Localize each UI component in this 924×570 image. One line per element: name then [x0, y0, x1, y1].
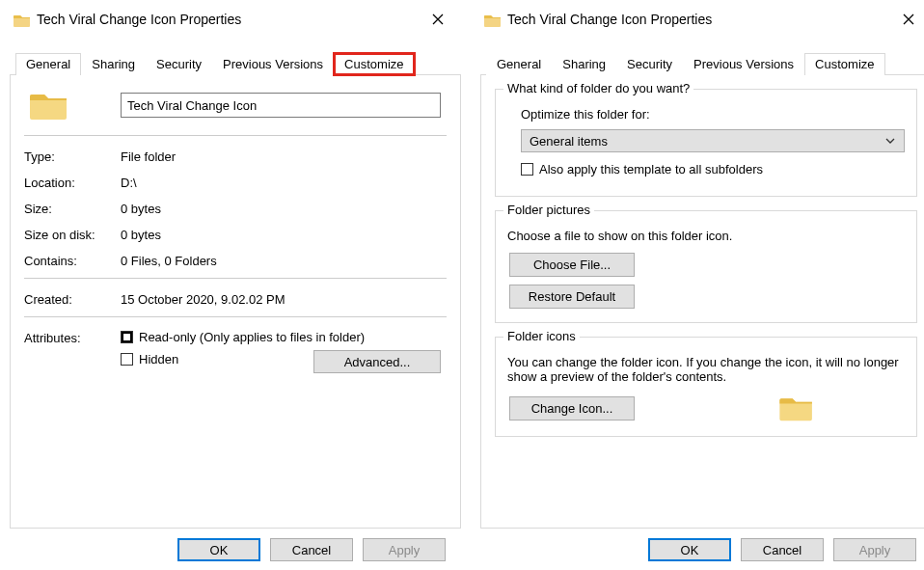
apply-button[interactable]: Apply [833, 538, 916, 561]
tab-customize[interactable]: Customize [804, 53, 884, 75]
label-optimize: Optimize this folder for: [521, 107, 905, 122]
tab-previous-versions[interactable]: Previous Versions [683, 53, 804, 75]
folder-icon [484, 13, 502, 27]
tab-sharing[interactable]: Sharing [81, 53, 146, 75]
legend-folder-type: What kind of folder do you want? [503, 81, 693, 95]
group-folder-icons: Folder icons You can change the folder i… [495, 337, 917, 437]
folder-name-input[interactable] [121, 93, 441, 118]
restore-default-button[interactable]: Restore Default [509, 285, 635, 309]
group-folder-type: What kind of folder do you want? Optimiz… [495, 89, 917, 197]
tab-page-general: Type:File folder Location:D:\ Size:0 byt… [10, 75, 461, 529]
checkbox-icon [121, 353, 133, 366]
folder-preview-icon [779, 394, 814, 422]
checkbox-icon [121, 331, 133, 343]
chevron-down-icon [884, 138, 896, 144]
label-type: Type: [24, 148, 121, 164]
advanced-button[interactable]: Advanced... [313, 350, 441, 373]
window-title: Tech Viral Change Icon Properties [37, 12, 421, 27]
label-location: Location: [24, 174, 121, 190]
tab-general[interactable]: General [15, 53, 81, 75]
titlebar: Tech Viral Change Icon Properties [10, 6, 461, 33]
ok-button[interactable]: OK [648, 538, 731, 561]
readonly-label: Read-only (Only applies to files in fold… [139, 330, 365, 344]
label-size-on-disk: Size on disk: [24, 226, 121, 242]
choose-file-text: Choose a file to show on this folder ico… [507, 229, 905, 243]
legend-folder-pictures: Folder pictures [503, 203, 594, 217]
hidden-label: Hidden [139, 352, 178, 366]
tab-previous-versions[interactable]: Previous Versions [212, 53, 334, 75]
dialog-button-bar: OK Cancel Apply [177, 538, 446, 561]
label-attributes: Attributes: [24, 329, 121, 345]
properties-dialog-right: Tech Viral Change Icon Properties Genera… [480, 6, 924, 567]
properties-dialog-left: Tech Viral Change Icon Properties Genera… [10, 6, 461, 567]
folder-large-icon [30, 89, 68, 122]
tab-page-customize: What kind of folder do you want? Optimiz… [480, 75, 924, 529]
cancel-button[interactable]: Cancel [741, 538, 824, 561]
value-size: 0 bytes [121, 200, 161, 216]
tabstrip: General Sharing Security Previous Versio… [10, 52, 461, 75]
close-icon [432, 14, 444, 25]
window-title: Tech Viral Change Icon Properties [507, 12, 891, 27]
value-contains: 0 Files, 0 Folders [121, 252, 217, 268]
titlebar: Tech Viral Change Icon Properties [480, 6, 924, 33]
tab-customize[interactable]: Customize [334, 53, 414, 75]
value-size-on-disk: 0 bytes [121, 226, 161, 242]
readonly-checkbox[interactable]: Read-only (Only applies to files in fold… [121, 330, 365, 344]
optimize-dropdown[interactable]: General items [521, 129, 905, 152]
tab-sharing[interactable]: Sharing [552, 53, 616, 75]
tab-security[interactable]: Security [616, 53, 683, 75]
choose-file-button[interactable]: Choose File... [509, 253, 635, 277]
apply-button[interactable]: Apply [363, 538, 446, 561]
tab-general[interactable]: General [486, 53, 552, 75]
folder-icons-text: You can change the folder icon. If you c… [507, 355, 905, 384]
value-created: 15 October 2020, 9.02.02 PM [121, 290, 285, 307]
subfolders-checkbox[interactable]: Also apply this template to all subfolde… [521, 162, 763, 176]
close-button[interactable] [891, 9, 924, 30]
tab-security[interactable]: Security [146, 53, 212, 75]
change-icon-button[interactable]: Change Icon... [509, 396, 635, 421]
subfolders-label: Also apply this template to all subfolde… [539, 162, 763, 176]
legend-folder-icons: Folder icons [503, 329, 580, 343]
optimize-value: General items [530, 134, 608, 149]
folder-icon [14, 13, 31, 27]
close-icon [903, 14, 914, 25]
value-location: D:\ [121, 174, 137, 190]
checkbox-icon [521, 163, 533, 176]
tabstrip: General Sharing Security Previous Versio… [480, 52, 924, 75]
close-button[interactable] [421, 9, 455, 30]
label-contains: Contains: [24, 252, 121, 268]
hidden-checkbox[interactable]: Hidden [121, 352, 178, 366]
label-size: Size: [24, 200, 121, 216]
group-folder-pictures: Folder pictures Choose a file to show on… [495, 210, 917, 323]
value-type: File folder [121, 148, 176, 164]
cancel-button[interactable]: Cancel [270, 538, 353, 561]
dialog-button-bar: OK Cancel Apply [648, 538, 916, 561]
ok-button[interactable]: OK [177, 538, 260, 561]
label-created: Created: [24, 290, 121, 307]
